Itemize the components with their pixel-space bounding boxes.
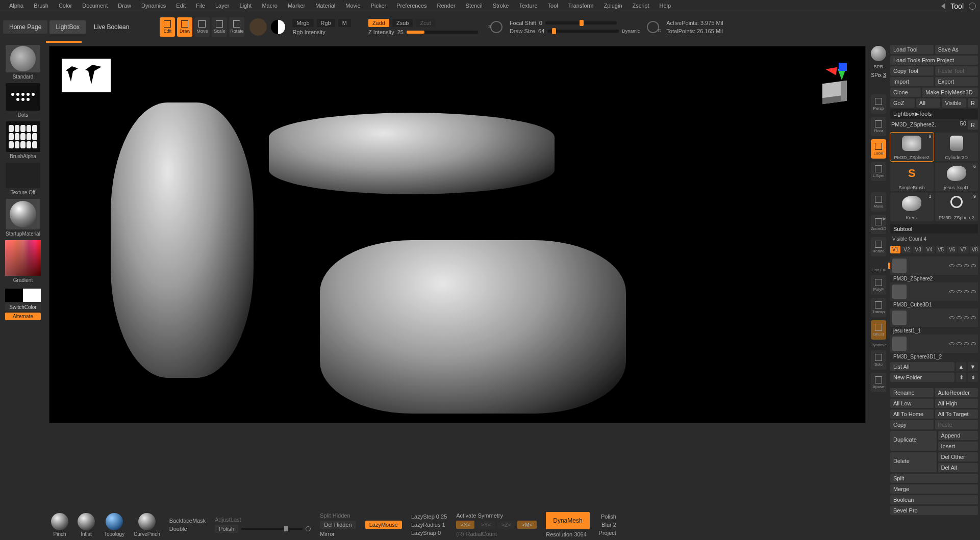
adjustlast-label[interactable]: AdjustLast <box>215 517 311 523</box>
menu-transform[interactable]: Transform <box>563 3 599 9</box>
lazymouse-button[interactable]: LazyMouse <box>365 521 402 529</box>
load-from-project-button[interactable]: Load Tools From Project <box>890 56 978 65</box>
polish-chip[interactable]: Polish <box>215 525 238 533</box>
menu-edit[interactable]: Edit <box>171 3 191 9</box>
alternate-button[interactable]: Alternate <box>5 313 41 320</box>
zcut-chip[interactable]: Zcut <box>416 19 435 27</box>
import-button[interactable]: Import <box>890 77 934 86</box>
m-chip[interactable]: M <box>338 19 351 27</box>
goz-r-button[interactable]: R <box>968 98 978 108</box>
autoreorder-button[interactable]: AutoReorder <box>935 388 978 397</box>
ghost-button[interactable]: Ghost <box>871 320 886 340</box>
list-all-button[interactable]: List All <box>890 362 954 371</box>
zsub-chip[interactable]: Zsub <box>392 19 413 27</box>
subtool-2[interactable] <box>890 308 978 327</box>
make-polymesh-button[interactable]: Make PolyMesh3D <box>922 88 978 97</box>
solo-button[interactable]: Solo <box>871 350 886 370</box>
menu-macro[interactable]: Macro <box>257 3 283 9</box>
polish-circle-icon[interactable] <box>306 526 311 531</box>
del-all-button[interactable]: Del All <box>938 463 978 472</box>
focal-gizmo-icon[interactable]: S <box>490 21 502 33</box>
menu-marker[interactable]: Marker <box>283 3 310 9</box>
transp-button[interactable]: Transp <box>871 298 886 317</box>
xpose-button[interactable]: Xpose <box>871 373 886 392</box>
mrgb-chip[interactable]: Mrgb <box>292 19 313 27</box>
delete-button[interactable]: Delete <box>890 452 937 472</box>
collapse-left-icon[interactable] <box>941 3 945 9</box>
lightbox-tools-button[interactable]: Lightbox▶Tools <box>890 109 978 119</box>
vtab-v8[interactable]: V8 <box>970 246 980 253</box>
rgb-chip[interactable]: Rgb <box>317 19 335 27</box>
local-button[interactable]: Local <box>871 139 886 159</box>
move-nav-button[interactable]: Move <box>871 192 886 212</box>
spix-value[interactable]: SPix 3 <box>871 72 886 78</box>
load-tool-button[interactable]: Load Tool <box>890 45 934 54</box>
paste-button[interactable]: Paste <box>935 420 978 429</box>
split-hidden-button[interactable]: Split Hidden <box>320 512 356 519</box>
move-up-icon[interactable]: ▲ <box>956 362 966 371</box>
vtab-v5[interactable]: V5 <box>936 246 946 253</box>
move-button[interactable]: Move <box>194 17 210 37</box>
home-page-tab[interactable]: Home Page <box>3 20 47 34</box>
tool-cylinder3d[interactable]: Cylinder3D <box>935 133 978 161</box>
menu-draw[interactable]: Draw <box>113 3 136 9</box>
duplicate-button[interactable]: Duplicate <box>890 431 937 451</box>
split-button[interactable]: Split <box>890 474 978 483</box>
subtool-1[interactable] <box>890 282 978 301</box>
bpr-button[interactable] <box>871 46 886 61</box>
polish-label[interactable]: Polish <box>601 513 616 520</box>
paste-tool-button[interactable]: Paste Tool <box>935 66 978 75</box>
sym-x-button[interactable]: >X< <box>456 521 474 529</box>
activate-symmetry-label[interactable]: Activate Symmetry <box>456 512 537 519</box>
goz-all-button[interactable]: All <box>916 98 941 108</box>
menu-light[interactable]: Light <box>235 3 257 9</box>
vtab-v4[interactable]: V4 <box>924 246 935 253</box>
vtab-v6[interactable]: V6 <box>947 246 957 253</box>
material-thumb[interactable] <box>6 199 40 229</box>
insert-button[interactable]: Insert <box>938 442 978 451</box>
menu-stroke[interactable]: Stroke <box>488 3 514 9</box>
goz-button[interactable]: GoZ <box>890 98 915 108</box>
menu-preferences[interactable]: Preferences <box>391 3 432 9</box>
lightbox-tab[interactable]: LightBox <box>49 20 86 34</box>
rotate-nav-button[interactable]: Rotate <box>871 237 886 256</box>
vtab-v2[interactable]: V2 <box>901 246 912 253</box>
tool-kreuz[interactable]: 3Kreuz <box>890 193 934 221</box>
all-to-target-button[interactable]: All To Target <box>935 409 978 419</box>
project-label[interactable]: Project <box>599 530 616 536</box>
viewport[interactable] <box>49 46 866 423</box>
subtool-header[interactable]: Subtool <box>890 224 978 234</box>
menu-picker[interactable]: Picker <box>366 3 392 9</box>
lsym-button[interactable]: L.Sym <box>871 162 886 181</box>
menu-zplugin[interactable]: Zplugin <box>598 3 627 9</box>
double-label[interactable]: Double <box>169 526 206 532</box>
all-high-button[interactable]: All High <box>935 399 978 408</box>
menu-file[interactable]: File <box>191 3 210 9</box>
switch-color-button[interactable]: SwitchColor <box>5 303 41 311</box>
tool-jesus_kopf1[interactable]: 6jesus_kopf1 <box>935 163 978 191</box>
texture-thumb[interactable] <box>6 163 40 188</box>
menu-stencil[interactable]: Stencil <box>461 3 488 9</box>
append-button[interactable]: Append <box>938 431 978 440</box>
menu-layer[interactable]: Layer <box>210 3 235 9</box>
move-down-icon[interactable]: ▼ <box>968 362 978 371</box>
menu-texture[interactable]: Texture <box>514 3 542 9</box>
dynamic-label[interactable]: Dynamic <box>622 29 640 34</box>
merge-button[interactable]: Merge <box>890 484 978 494</box>
sym-z-button[interactable]: >Z< <box>497 521 516 529</box>
color-picker[interactable] <box>5 240 41 276</box>
menu-render[interactable]: Render <box>432 3 461 9</box>
menu-brush[interactable]: Brush <box>29 3 54 9</box>
folder-up-icon[interactable]: ⇞ <box>956 373 966 382</box>
vtab-v7[interactable]: V7 <box>958 246 968 253</box>
bevel-pro-button[interactable]: Bevel Pro <box>890 506 978 515</box>
z-intensity-slider[interactable] <box>407 31 478 34</box>
menu-movie[interactable]: Movie <box>340 3 365 9</box>
zadd-chip[interactable]: Zadd <box>368 19 389 27</box>
menu-color[interactable]: Color <box>54 3 77 9</box>
all-to-home-button[interactable]: All To Home <box>890 409 934 419</box>
alpha-thumb[interactable] <box>6 121 40 152</box>
rename-button[interactable]: Rename <box>890 388 934 397</box>
vtab-v3[interactable]: V3 <box>913 246 923 253</box>
floor-button[interactable]: Floor <box>871 117 886 136</box>
